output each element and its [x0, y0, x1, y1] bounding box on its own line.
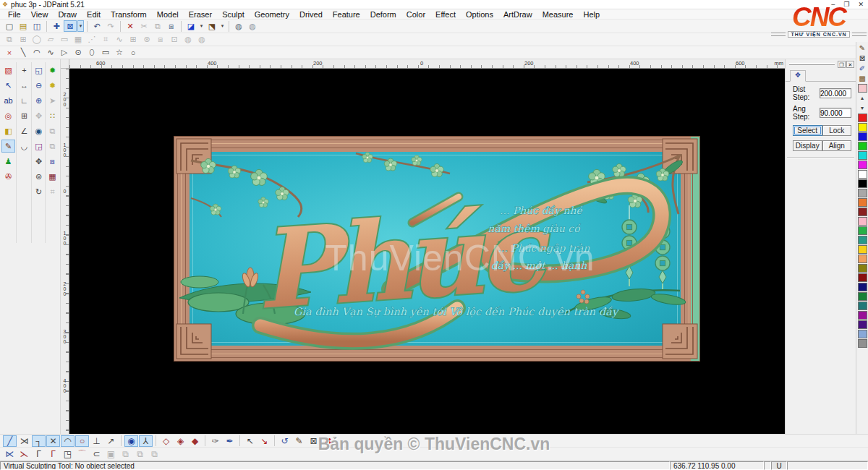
- measure-width-icon[interactable]: ↔: [17, 79, 31, 92]
- swatch-navy[interactable]: [858, 283, 867, 291]
- array-copy-icon[interactable]: ⧉: [3, 34, 16, 46]
- group-icon[interactable]: ⧈: [154, 34, 167, 46]
- swatch-teal[interactable]: [858, 236, 867, 244]
- swatch-teal2[interactable]: [858, 302, 867, 310]
- snap-line-icon[interactable]: ╱: [3, 435, 17, 447]
- sculpt-smooth-icon[interactable]: ✒: [223, 435, 237, 447]
- snap-tangent-icon[interactable]: ↗: [104, 435, 118, 447]
- ungroup-icon[interactable]: ⊡: [168, 34, 181, 46]
- ring-tool-icon[interactable]: ◎: [1, 109, 15, 122]
- node-cut-icon[interactable]: ⋉: [3, 448, 17, 460]
- panel-close-icon[interactable]: ✕: [846, 61, 854, 68]
- zoom-out-icon[interactable]: ⊖: [32, 79, 46, 92]
- refresh-view-icon[interactable]: ↻: [32, 185, 46, 198]
- copy-icon[interactable]: ⧉: [151, 20, 164, 32]
- swatch-blue[interactable]: [858, 132, 867, 141]
- redo-icon[interactable]: ↷: [104, 20, 117, 32]
- drill-tool-icon[interactable]: ✇: [1, 170, 15, 183]
- palette-scroll-up-icon[interactable]: ▴: [857, 93, 867, 103]
- zoom-in-icon[interactable]: ⊕: [32, 94, 46, 107]
- menu-sculpt[interactable]: Sculpt: [217, 9, 250, 20]
- swatch-white[interactable]: [858, 170, 867, 179]
- zoom-actual-icon[interactable]: ⊚: [32, 170, 46, 183]
- swatch-magenta[interactable]: [858, 161, 867, 169]
- save-icon[interactable]: ◫: [30, 20, 43, 32]
- current-color-swatch[interactable]: [858, 84, 867, 93]
- swatch-green[interactable]: [858, 142, 867, 150]
- sculpt-flat-icon[interactable]: ✑: [208, 435, 222, 447]
- box-select-dropdown-icon[interactable]: ▾: [77, 20, 84, 32]
- arc-tool-icon[interactable]: ◠: [30, 47, 43, 59]
- point-tool-icon[interactable]: ×: [3, 47, 16, 59]
- mesh-icon[interactable]: ⌗: [46, 185, 59, 198]
- swatch-green2[interactable]: [858, 226, 867, 235]
- corner-sharp2-icon[interactable]: Γ: [46, 448, 60, 460]
- panel-grip[interactable]: [789, 63, 835, 65]
- menu-options[interactable]: Options: [461, 9, 498, 20]
- no-color-icon[interactable]: ⊠: [857, 54, 867, 63]
- color-picker-icon[interactable]: ✐: [857, 64, 867, 73]
- swatch-peach[interactable]: [858, 255, 867, 263]
- render-fill-dropdown-icon[interactable]: ▾: [198, 20, 205, 32]
- grid-plane-icon[interactable]: ⊞: [17, 109, 31, 122]
- polygon-tool-icon[interactable]: ▷: [58, 47, 71, 59]
- view-3d-dropdown-icon[interactable]: ▾: [219, 20, 226, 32]
- view-eye-icon[interactable]: ◉: [32, 124, 46, 137]
- path-array-icon[interactable]: ⌗: [99, 34, 112, 46]
- cut-icon[interactable]: ✂: [137, 20, 150, 32]
- swatch-maroon[interactable]: [858, 273, 867, 282]
- select-button[interactable]: Select: [793, 125, 822, 136]
- dist-step-input[interactable]: [820, 88, 851, 98]
- relief-lamp-tool-icon[interactable]: ♟: [1, 155, 15, 168]
- menu-help[interactable]: Help: [578, 9, 605, 20]
- fill-tool-icon[interactable]: ◧: [1, 124, 15, 137]
- render-fill-icon[interactable]: ◪: [184, 20, 197, 32]
- pick-remove-icon[interactable]: ↘: [258, 435, 271, 447]
- menu-view[interactable]: View: [26, 9, 54, 20]
- paste-c-icon[interactable]: ⧉: [148, 448, 161, 460]
- menu-deform[interactable]: Deform: [365, 9, 401, 20]
- skew-copy-icon[interactable]: ▱: [44, 34, 57, 46]
- angle-measure-icon[interactable]: ∠: [17, 124, 31, 137]
- menu-draw[interactable]: Draw: [53, 9, 82, 20]
- light-yellow-icon[interactable]: ✹: [46, 79, 59, 92]
- lock-button[interactable]: Lock: [822, 125, 852, 136]
- swatch-ltblue[interactable]: [858, 330, 867, 338]
- snap-intersect-icon[interactable]: ✕: [46, 435, 60, 447]
- undo-icon[interactable]: ↶: [90, 20, 103, 32]
- menu-eraser[interactable]: Eraser: [184, 9, 217, 20]
- pattern-icon[interactable]: ▩: [857, 74, 867, 83]
- page-flip2-icon[interactable]: ⧉: [46, 140, 59, 153]
- swatch-cyan[interactable]: [858, 151, 867, 160]
- star-tool-icon[interactable]: ☆: [113, 47, 126, 59]
- pick-add-icon[interactable]: ↖: [243, 435, 257, 447]
- move-tool-icon[interactable]: ✚: [50, 20, 63, 32]
- pen-edit-icon[interactable]: ✎: [292, 435, 306, 447]
- arc-node-icon[interactable]: ◡: [17, 140, 31, 153]
- menu-color[interactable]: Color: [401, 9, 430, 20]
- swatch-purple[interactable]: [858, 311, 867, 320]
- box-3d-icon[interactable]: ⧈: [46, 155, 59, 168]
- line-tool-icon[interactable]: ╲: [17, 47, 30, 59]
- menu-feature[interactable]: Feature: [328, 9, 365, 20]
- snap-corner-icon[interactable]: ┐: [32, 435, 46, 447]
- slot-tool-icon[interactable]: ⊂: [90, 448, 103, 460]
- swatch-pink[interactable]: [858, 217, 867, 226]
- align-button[interactable]: Align: [822, 140, 852, 151]
- menu-geometry[interactable]: Geometry: [250, 9, 294, 20]
- rectangle-tool-icon[interactable]: ▭: [99, 47, 112, 59]
- mesh-diamond1-icon[interactable]: ◇: [159, 435, 173, 447]
- corner-sharp-icon[interactable]: Γ: [32, 448, 46, 460]
- lattice-icon[interactable]: ⊞: [127, 34, 140, 46]
- snap-dot-icon[interactable]: ◉: [124, 435, 138, 447]
- snap-endpoint-icon[interactable]: ⋊: [17, 435, 31, 447]
- mesh-diamond3-icon[interactable]: ◆: [188, 435, 202, 447]
- menu-edit[interactable]: Edit: [82, 9, 106, 20]
- ang-step-input[interactable]: [820, 108, 851, 118]
- menu-model[interactable]: Model: [152, 9, 184, 20]
- swatch-indigo[interactable]: [858, 320, 867, 329]
- mesh-diamond2-icon[interactable]: ◈: [174, 435, 187, 447]
- curve-array-icon[interactable]: ∿: [113, 34, 126, 46]
- swatch-olive[interactable]: [858, 264, 867, 273]
- step-path-icon[interactable]: ∟: [17, 94, 31, 107]
